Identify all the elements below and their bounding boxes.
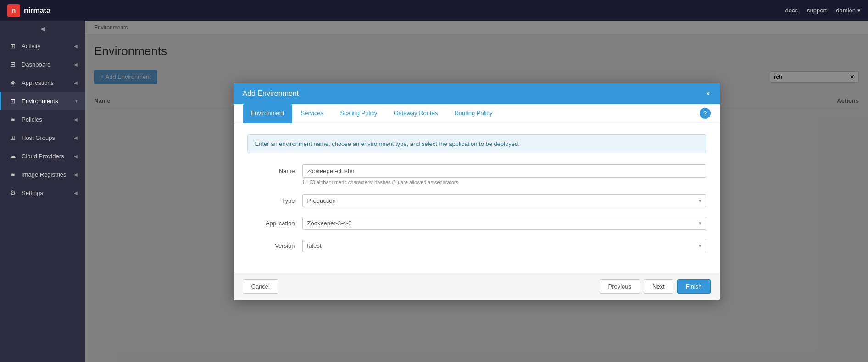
sidebar-item-activity[interactable]: ⊞ Activity ◀ [0, 37, 85, 55]
modal-tabs: Environment Services Scaling Policy Gate… [234, 104, 720, 123]
tab-services-label: Services [300, 110, 323, 117]
environments-chevron: ▾ [75, 99, 78, 104]
tab-environment-label: Environment [251, 110, 284, 117]
activity-chevron: ◀ [74, 44, 78, 49]
host-groups-chevron: ◀ [74, 135, 78, 140]
applications-icon: ◈ [9, 79, 17, 86]
sidebar: ◀ ⊞ Activity ◀ ⊟ Dashboard ◀ ◈ Applicati… [0, 21, 85, 362]
finish-button[interactable]: Finish [677, 279, 711, 294]
dashboard-chevron: ◀ [74, 62, 78, 67]
user-menu[interactable]: damien ▾ [836, 7, 861, 14]
cloud-providers-icon: ☁ [9, 152, 17, 160]
support-link[interactable]: support [807, 7, 827, 14]
sidebar-item-policies[interactable]: ≡ Policies ◀ [0, 110, 85, 128]
modal-footer: Cancel Previous Next Finish [234, 273, 720, 300]
user-chevron: ▾ [857, 7, 861, 14]
username: damien [836, 7, 856, 14]
previous-button[interactable]: Previous [600, 279, 640, 294]
sidebar-label-activity: Activity [22, 43, 40, 50]
tab-routing-policy-label: Routing Policy [454, 110, 492, 117]
application-label: Application [247, 217, 302, 227]
policies-chevron: ◀ [74, 117, 78, 122]
info-box: Enter an environment name, choose an env… [247, 134, 706, 153]
modal-overlay: Add Environment × Environment Services S… [85, 21, 868, 362]
dashboard-icon: ⊟ [9, 61, 17, 68]
type-select[interactable]: Production Development Staging Testing [302, 194, 706, 207]
navbar-right: docs support damien ▾ [785, 7, 861, 14]
sidebar-item-cloud-providers[interactable]: ☁ Cloud Providers ◀ [0, 147, 85, 165]
sidebar-item-environments[interactable]: ⊡ Environments ▾ [0, 92, 85, 110]
cloud-providers-chevron: ◀ [74, 154, 78, 159]
cancel-button[interactable]: Cancel [243, 279, 278, 294]
applications-chevron: ◀ [74, 80, 78, 85]
sidebar-label-applications: Applications [22, 79, 54, 86]
brand-name: nirmata [24, 6, 50, 15]
sidebar-item-applications[interactable]: ◈ Applications ◀ [0, 73, 85, 92]
tab-scaling-policy-label: Scaling Policy [340, 110, 377, 117]
application-field: Zookeeper-3-4-6 ▾ [302, 217, 706, 230]
tab-gateway-routes[interactable]: Gateway Routes [385, 104, 446, 123]
version-select-wrapper: latest 1.0 2.0 ▾ [302, 239, 706, 252]
sidebar-item-image-registries[interactable]: ≡ Image Registries ◀ [0, 165, 85, 184]
modal-body: Enter an environment name, choose an env… [234, 123, 720, 273]
settings-icon: ⚙ [9, 189, 17, 196]
image-registries-chevron: ◀ [74, 172, 78, 177]
application-select[interactable]: Zookeeper-3-4-6 [302, 217, 706, 230]
version-label: Version [247, 239, 302, 249]
sidebar-toggle[interactable]: ◀ [0, 21, 85, 37]
tab-services[interactable]: Services [292, 104, 332, 123]
sidebar-label-cloud-providers: Cloud Providers [22, 153, 64, 160]
name-input[interactable] [302, 164, 706, 178]
host-groups-icon: ⊞ [9, 134, 17, 141]
tab-scaling-policy[interactable]: Scaling Policy [332, 104, 385, 123]
tab-environment[interactable]: Environment [243, 104, 293, 123]
name-label: Name [247, 164, 302, 174]
type-field-row: Type Production Development Staging Test… [247, 194, 706, 207]
activity-icon: ⊞ [9, 42, 17, 50]
help-icon-label: ? [703, 110, 707, 117]
name-hint: 1 - 63 alphanumeric characters; dashes (… [302, 179, 706, 185]
type-label: Type [247, 194, 302, 204]
logo-icon: n [7, 4, 20, 17]
sidebar-item-host-groups[interactable]: ⊞ Host Groups ◀ [0, 128, 85, 147]
next-button[interactable]: Next [644, 279, 673, 294]
footer-right: Previous Next Finish [600, 279, 711, 294]
add-environment-modal: Add Environment × Environment Services S… [234, 83, 720, 300]
version-field: latest 1.0 2.0 ▾ [302, 239, 706, 252]
navbar: n nirmata docs support damien ▾ [0, 0, 868, 21]
name-field-row: Name 1 - 63 alphanumeric characters; das… [247, 164, 706, 185]
version-field-row: Version latest 1.0 2.0 ▾ [247, 239, 706, 252]
type-field: Production Development Staging Testing ▾ [302, 194, 706, 207]
policies-icon: ≡ [9, 116, 17, 123]
main-content: Environments Environments + Add Environm… [85, 21, 868, 362]
info-text: Enter an environment name, choose an env… [255, 140, 520, 147]
version-select[interactable]: latest 1.0 2.0 [302, 239, 706, 252]
settings-chevron: ◀ [74, 190, 78, 195]
sidebar-label-environments: Environments [22, 98, 58, 105]
modal-title: Add Environment [243, 89, 299, 98]
type-select-wrapper: Production Development Staging Testing ▾ [302, 194, 706, 207]
brand: n nirmata [7, 4, 50, 17]
sidebar-label-host-groups: Host Groups [22, 134, 55, 141]
image-registries-icon: ≡ [9, 171, 17, 178]
sidebar-label-settings: Settings [22, 189, 43, 196]
name-field: 1 - 63 alphanumeric characters; dashes (… [302, 164, 706, 185]
layout: ◀ ⊞ Activity ◀ ⊟ Dashboard ◀ ◈ Applicati… [0, 21, 868, 362]
tab-gateway-routes-label: Gateway Routes [394, 110, 438, 117]
sidebar-item-dashboard[interactable]: ⊟ Dashboard ◀ [0, 55, 85, 73]
application-field-row: Application Zookeeper-3-4-6 ▾ [247, 217, 706, 230]
tab-routing-policy[interactable]: Routing Policy [446, 104, 501, 123]
sidebar-label-dashboard: Dashboard [22, 61, 51, 68]
docs-link[interactable]: docs [785, 7, 798, 14]
help-icon[interactable]: ? [700, 108, 711, 119]
sidebar-label-policies: Policies [22, 116, 42, 123]
environments-icon: ⊡ [9, 97, 17, 105]
sidebar-label-image-registries: Image Registries [22, 171, 67, 178]
modal-header: Add Environment × [234, 83, 720, 104]
modal-close-button[interactable]: × [706, 89, 711, 98]
sidebar-item-settings[interactable]: ⚙ Settings ◀ [0, 184, 85, 202]
application-select-wrapper: Zookeeper-3-4-6 ▾ [302, 217, 706, 230]
